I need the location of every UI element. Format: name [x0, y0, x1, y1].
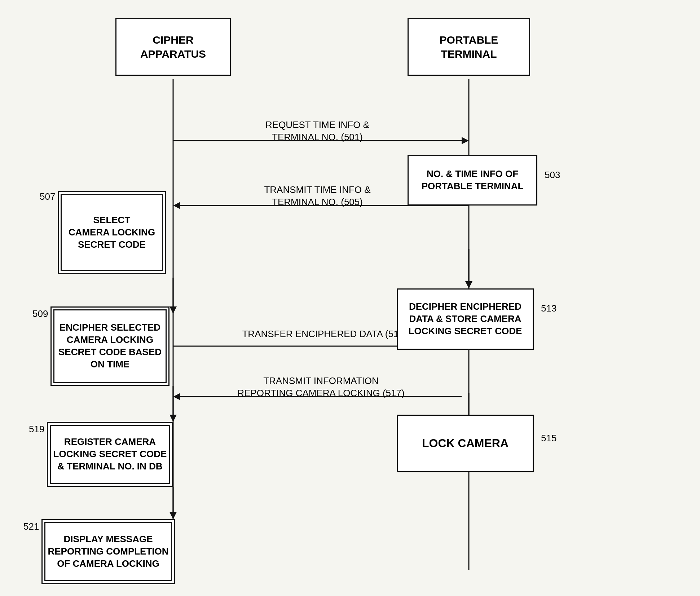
encipher-box: ENCIPHER SELECTEDCAMERA LOCKINGSECRET CO…	[50, 306, 170, 386]
no-time-info-box: NO. & TIME INFO OFPORTABLE TERMINAL	[408, 155, 537, 206]
select-camera-box: SELECTCAMERA LOCKINGSECRET CODE	[58, 191, 166, 274]
lock-camera-box: LOCK CAMERA	[397, 415, 534, 472]
diagram: CIPHERAPPARATUS PORTABLETERMINAL REQUEST…	[0, 0, 700, 596]
svg-marker-7	[465, 281, 472, 288]
ref-513: 513	[541, 303, 556, 314]
ref-509: 509	[32, 308, 48, 319]
ref-515: 515	[541, 433, 556, 444]
ref-503: 503	[545, 169, 560, 181]
svg-marker-17	[170, 415, 177, 422]
decipher-box: DECIPHER ENCIPHEREDDATA & STORE CAMERALO…	[397, 288, 534, 350]
portable-terminal-header: PORTABLETERMINAL	[408, 18, 530, 76]
transmit-time-label: TRANSMIT TIME INFO &TERMINAL NO. (505)	[213, 184, 422, 208]
svg-marker-15	[173, 393, 180, 400]
ref-521: 521	[23, 521, 39, 532]
request-label: REQUEST TIME INFO &TERMINAL NO. (501)	[213, 119, 422, 144]
flow-arrows	[0, 0, 700, 596]
ref-519: 519	[29, 424, 44, 435]
transmit-info-label: TRANSMIT INFORMATIONREPORTING CAMERA LOC…	[198, 375, 444, 399]
display-message-box: DISPLAY MESSAGEREPORTING COMPLETIONOF CA…	[41, 519, 175, 584]
register-box: REGISTER CAMERALOCKING SECRET CODE& TERM…	[47, 422, 173, 487]
svg-marker-3	[462, 137, 469, 144]
ref-507: 507	[40, 191, 55, 202]
svg-marker-5	[173, 202, 180, 209]
svg-marker-19	[170, 512, 177, 519]
svg-marker-9	[170, 306, 177, 314]
cipher-apparatus-header: CIPHERAPPARATUS	[115, 18, 231, 76]
